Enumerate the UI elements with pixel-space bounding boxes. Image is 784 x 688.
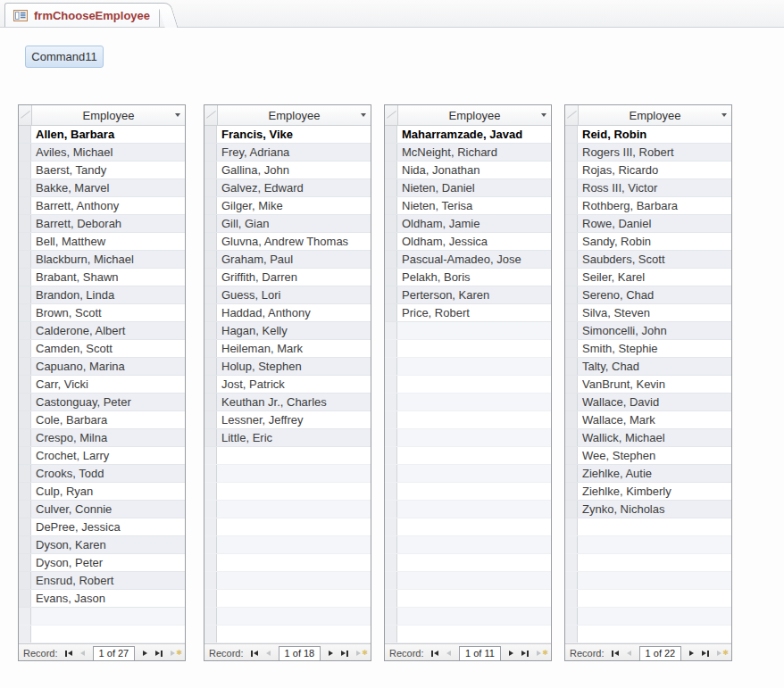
employee-name-cell[interactable]: DePree, Jessica bbox=[31, 518, 185, 535]
record-selector[interactable] bbox=[204, 179, 217, 196]
record-selector[interactable] bbox=[565, 144, 578, 161]
record-selector[interactable] bbox=[19, 411, 31, 428]
record-selector[interactable] bbox=[19, 358, 31, 375]
record-selector[interactable] bbox=[19, 518, 31, 535]
record-selector[interactable] bbox=[204, 286, 217, 303]
employee-name-cell[interactable]: VanBrunt, Kevin bbox=[578, 376, 731, 393]
employee-name-cell[interactable]: Wallace, Mark bbox=[578, 411, 731, 428]
employee-name-cell[interactable]: McNeight, Richard bbox=[397, 144, 551, 161]
select-all-corner[interactable] bbox=[385, 105, 398, 125]
record-selector[interactable] bbox=[19, 233, 31, 250]
employee-name-cell[interactable]: Dyson, Peter bbox=[31, 554, 185, 571]
employee-name-cell[interactable]: Sereno, Chad bbox=[578, 286, 731, 303]
record-selector[interactable] bbox=[565, 162, 578, 178]
command11-button[interactable]: Command11 bbox=[25, 46, 104, 68]
employee-name-cell[interactable]: Capuano, Marina bbox=[31, 358, 185, 375]
employee-name-cell[interactable]: Reid, Robin bbox=[578, 126, 731, 143]
employee-name-cell[interactable]: Griffith, Darren bbox=[217, 269, 371, 286]
record-selector[interactable] bbox=[19, 179, 31, 196]
record-selector[interactable] bbox=[565, 233, 578, 250]
employee-name-cell[interactable]: Sandy, Robin bbox=[578, 233, 731, 250]
record-selector[interactable] bbox=[204, 322, 217, 339]
record-selector[interactable] bbox=[204, 269, 217, 286]
previous-record-button[interactable] bbox=[624, 647, 634, 659]
employee-name-cell[interactable]: Heileman, Mark bbox=[217, 340, 371, 357]
last-record-button[interactable] bbox=[699, 647, 712, 659]
employee-name-cell[interactable]: Francis, Vike bbox=[217, 126, 371, 143]
filter-dropdown-icon[interactable] bbox=[721, 113, 727, 117]
record-selector[interactable] bbox=[19, 162, 31, 178]
employee-name-cell[interactable]: Ziehlke, Kimberly bbox=[578, 483, 731, 500]
record-selector[interactable] bbox=[204, 429, 217, 446]
record-selector[interactable] bbox=[19, 572, 31, 589]
employee-name-cell[interactable]: Wallace, David bbox=[578, 394, 731, 410]
employee-name-cell[interactable]: Lessner, Jeffrey bbox=[217, 411, 371, 428]
record-selector[interactable] bbox=[565, 394, 578, 410]
column-header-employee[interactable]: Employee bbox=[32, 105, 185, 125]
record-selector[interactable] bbox=[19, 340, 31, 357]
employee-name-cell[interactable]: Holup, Stephen bbox=[217, 358, 371, 375]
first-record-button[interactable] bbox=[429, 647, 441, 659]
employee-name-cell[interactable]: Crooks, Todd bbox=[31, 465, 185, 482]
column-header-employee[interactable]: Employee bbox=[579, 105, 731, 125]
employee-name-cell[interactable]: Blackburn, Michael bbox=[31, 251, 185, 268]
record-selector[interactable] bbox=[565, 483, 578, 500]
column-header-employee[interactable]: Employee bbox=[218, 105, 371, 125]
record-selector[interactable] bbox=[204, 411, 217, 428]
employee-name-cell[interactable]: Ziehlke, Autie bbox=[578, 465, 731, 482]
employee-name-cell[interactable]: Rowe, Daniel bbox=[578, 215, 731, 232]
next-record-button[interactable] bbox=[687, 647, 696, 659]
record-selector[interactable] bbox=[385, 197, 397, 214]
next-record-button[interactable] bbox=[506, 647, 516, 659]
record-selector[interactable] bbox=[204, 197, 217, 214]
first-record-button[interactable] bbox=[63, 647, 75, 659]
record-selector[interactable] bbox=[385, 215, 397, 232]
record-selector[interactable] bbox=[19, 215, 31, 232]
record-selector[interactable] bbox=[385, 144, 397, 161]
select-all-corner[interactable] bbox=[565, 105, 579, 125]
employee-name-cell[interactable]: Maharramzade, Javad bbox=[397, 126, 551, 143]
employee-name-cell[interactable]: Crochet, Larry bbox=[31, 447, 185, 464]
employee-name-cell[interactable]: Pelakh, Boris bbox=[397, 269, 551, 286]
employee-name-cell[interactable]: Graham, Paul bbox=[217, 251, 371, 268]
employee-name-cell[interactable]: Crespo, Milna bbox=[31, 429, 185, 446]
new-record-button[interactable]: ✱ bbox=[714, 647, 731, 659]
employee-name-cell[interactable]: Dyson, Karen bbox=[31, 536, 185, 553]
employee-name-cell[interactable]: Talty, Chad bbox=[578, 358, 731, 375]
record-selector[interactable] bbox=[204, 162, 217, 178]
record-selector[interactable] bbox=[19, 554, 31, 571]
last-record-button[interactable] bbox=[153, 647, 165, 659]
record-selector[interactable] bbox=[565, 358, 578, 375]
employee-name-cell[interactable]: Oldham, Jamie bbox=[397, 215, 551, 232]
record-selector[interactable] bbox=[19, 269, 31, 286]
record-selector[interactable] bbox=[19, 322, 31, 339]
record-position-box[interactable]: 1 of 11 bbox=[459, 646, 502, 661]
record-selector[interactable] bbox=[565, 126, 578, 143]
employee-name-cell[interactable]: Rojas, Ricardo bbox=[578, 162, 731, 178]
record-selector[interactable] bbox=[19, 144, 31, 161]
record-selector[interactable] bbox=[204, 215, 217, 232]
employee-name-cell[interactable]: Camden, Scott bbox=[31, 340, 185, 357]
record-selector[interactable] bbox=[19, 536, 31, 553]
next-record-button[interactable] bbox=[140, 647, 150, 659]
record-position-box[interactable]: 1 of 18 bbox=[279, 646, 321, 661]
employee-name-cell[interactable]: Culp, Ryan bbox=[31, 483, 185, 500]
record-selector[interactable] bbox=[565, 251, 578, 268]
employee-name-cell[interactable]: Nida, Jonathan bbox=[397, 162, 551, 178]
employee-name-cell[interactable]: Bell, Matthew bbox=[31, 233, 185, 250]
employee-name-cell[interactable]: Gilger, Mike bbox=[217, 197, 371, 214]
employee-name-cell[interactable]: Jost, Patrick bbox=[217, 376, 371, 393]
record-selector[interactable] bbox=[19, 501, 31, 518]
employee-name-cell[interactable]: Oldham, Jessica bbox=[397, 233, 551, 250]
last-record-button[interactable] bbox=[338, 647, 351, 659]
employee-name-cell[interactable]: Allen, Barbara bbox=[31, 126, 185, 143]
employee-name-cell[interactable]: Haddad, Anthony bbox=[217, 304, 371, 321]
record-selector[interactable] bbox=[19, 304, 31, 321]
first-record-button[interactable] bbox=[248, 647, 261, 659]
employee-name-cell[interactable]: Aviles, Michael bbox=[31, 144, 185, 161]
filter-dropdown-icon[interactable] bbox=[541, 113, 546, 117]
new-record-button[interactable]: ✱ bbox=[534, 647, 551, 659]
record-selector[interactable] bbox=[565, 340, 578, 357]
employee-name-cell[interactable]: Gluvna, Andrew Thomas bbox=[217, 233, 371, 250]
employee-name-cell[interactable]: Rothberg, Barbara bbox=[578, 197, 731, 214]
